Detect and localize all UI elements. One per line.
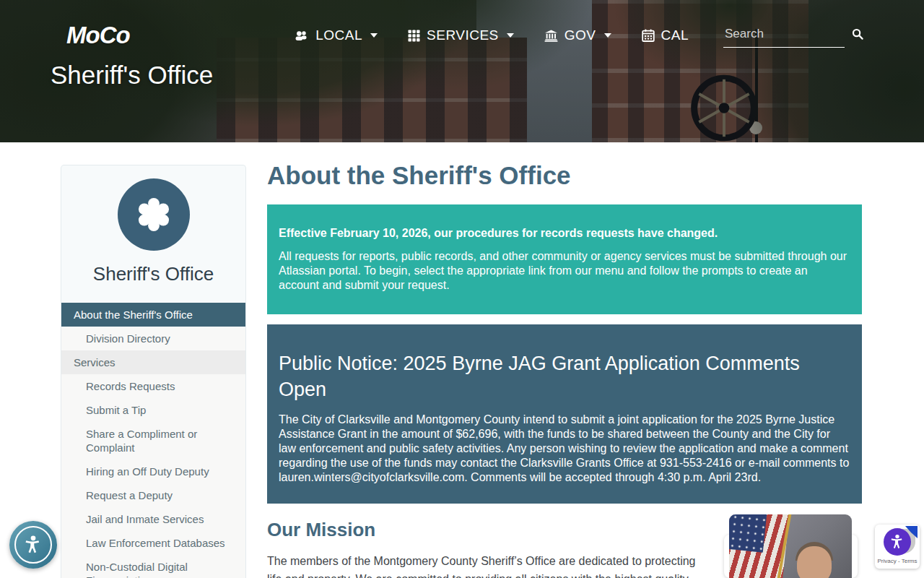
privacy-terms-label[interactable]: Privacy - Terms [875, 558, 920, 564]
page-title: About the Sheriff's Office [267, 160, 862, 191]
users-icon [295, 30, 309, 42]
mission-body: The members of the Montgomery County She… [267, 553, 709, 578]
chevron-down-icon [507, 33, 514, 38]
sidebar-header: Sheriff's Office [61, 165, 245, 285]
nav-item-label: GOV [565, 27, 596, 43]
public-notice-body: The City of Clarksville and Montgomery C… [279, 413, 850, 485]
hero-page-title: Sheriff's Office [51, 61, 213, 90]
sidebar-item-division-directory[interactable]: Division Directory [61, 327, 245, 350]
sheriff-portrait-photo [729, 514, 852, 578]
records-notice-lead: Effective February 10, 2026, our procedu… [279, 226, 850, 241]
sidebar-item-law-databases[interactable]: Law Enforcement Databases [61, 531, 245, 555]
accessibility-widget-button[interactable] [9, 521, 57, 569]
sidebar-menu: About the Sheriff's Office Division Dire… [61, 303, 245, 578]
accessibility-icon[interactable] [884, 528, 911, 556]
main-nav: LOCAL SERVICES [295, 24, 863, 48]
sidebar-item-submit-a-tip[interactable]: Submit a Tip [61, 398, 245, 422]
grid-icon [408, 30, 420, 42]
nav-item-cal[interactable]: CAL [642, 27, 689, 43]
sidebar-item-request-a-deputy[interactable]: Request a Deputy [61, 483, 245, 507]
records-notice-body: All requests for reports, public records… [279, 249, 850, 293]
accessibility-icon [14, 526, 52, 564]
recaptcha-badge: Privacy - Terms [875, 525, 920, 569]
nav-item-label: SERVICES [427, 27, 499, 43]
sidebar-item-about[interactable]: About the Sheriff's Office [61, 303, 245, 327]
sidebar-item-jail-inmate[interactable]: Jail and Inmate Services [61, 507, 245, 531]
sidebar-title: Sheriff's Office [61, 263, 245, 285]
hero-banner: MoCo LOCAL [0, 0, 924, 142]
nav-item-label: LOCAL [315, 27, 362, 43]
nav-item-gov[interactable]: GOV [544, 27, 611, 43]
site-search [723, 24, 863, 48]
public-notice-title: Public Notice: 2025 Byrne JAG Grant Appl… [279, 350, 842, 402]
sidebar-item-compliment-complaint[interactable]: Share a Compliment or Complaint [61, 422, 245, 460]
public-notice-banner: Public Notice: 2025 Byrne JAG Grant Appl… [267, 324, 862, 504]
search-icon[interactable] [852, 28, 863, 48]
portrait-face [797, 546, 832, 578]
sheriff-badge-icon [118, 178, 190, 251]
nav-item-services[interactable]: SERVICES [408, 27, 514, 43]
nav-item-label: CAL [661, 27, 689, 43]
sidebar-section-services[interactable]: Services [61, 350, 245, 374]
search-input[interactable] [723, 24, 845, 48]
sidebar-item-off-duty-deputy[interactable]: Hiring an Off Duty Deputy [61, 460, 245, 483]
sidebar: Sheriff's Office About the Sheriff's Off… [61, 165, 246, 578]
sidebar-item-fingerprinting[interactable]: Non-Custodial Digital Fingerprinting [61, 555, 245, 578]
sidebar-item-records-requests[interactable]: Records Requests [61, 374, 245, 398]
calendar-icon [642, 29, 655, 42]
top-navbar: MoCo LOCAL [0, 19, 924, 52]
nav-item-local[interactable]: LOCAL [295, 27, 378, 43]
us-flag-canton [729, 514, 767, 553]
chevron-down-icon [370, 33, 378, 38]
site-logo[interactable]: MoCo [66, 22, 130, 49]
landmark-icon [544, 30, 558, 42]
records-notice-banner: Effective February 10, 2026, our procedu… [267, 204, 862, 314]
chevron-down-icon [604, 33, 611, 38]
